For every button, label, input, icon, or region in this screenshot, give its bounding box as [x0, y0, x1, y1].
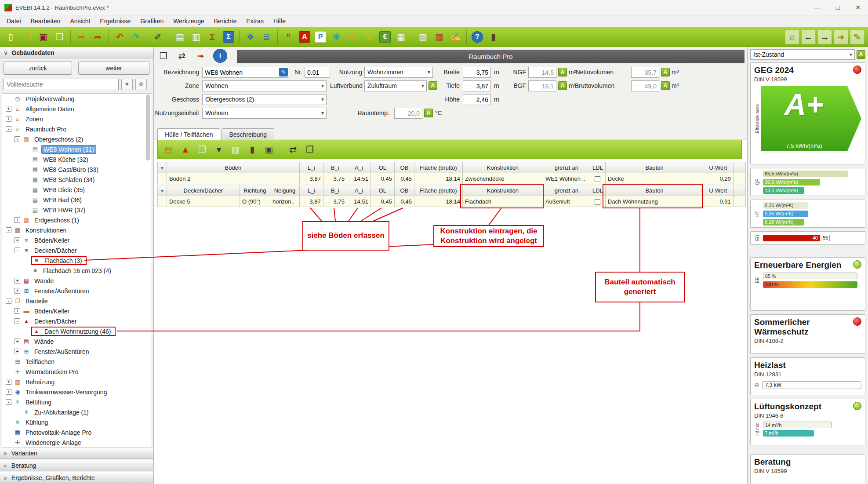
menu-ansicht[interactable]: Ansicht [65, 15, 95, 27]
roof-icon[interactable]: ▲ [179, 143, 192, 156]
cell[interactable] [158, 196, 167, 207]
cell[interactable]: O (90°) [240, 196, 270, 207]
column-header[interactable]: U-Wert [703, 185, 733, 196]
filter-marker[interactable]: ▼ [158, 185, 167, 196]
door-icon[interactable]: ▮ [486, 30, 501, 44]
menu-berichte[interactable]: Berichte [209, 15, 241, 27]
column-header[interactable]: OB [394, 162, 414, 173]
cell[interactable]: 14,51 [347, 173, 370, 184]
copy-window-icon[interactable]: ❐ [52, 30, 67, 44]
speech-bubble-icon[interactable]: ❝ [281, 30, 296, 44]
column-header[interactable]: Bauteil [605, 162, 703, 173]
tree-item[interactable]: -▦Konstruktionen [2, 225, 152, 235]
collapse-icon[interactable]: - [6, 227, 11, 233]
door-icon-2[interactable]: ▮ [246, 143, 259, 156]
column-header[interactable]: A_i [347, 162, 370, 173]
tree-item[interactable]: -▲Decken/Dächer [2, 316, 152, 326]
column-header[interactable] [733, 185, 745, 196]
calculator-icon[interactable]: ▦ [394, 30, 408, 44]
letter-p-icon[interactable]: P [315, 31, 326, 43]
new-file-icon[interactable]: ▯ [4, 30, 18, 44]
collapse-icon[interactable]: - [15, 136, 20, 142]
transfer-table-icon[interactable]: ⇄ [287, 143, 300, 156]
next-button[interactable]: weiter [78, 62, 149, 75]
tree-item[interactable]: ≡Flachdach 16 cm 023 (4) [2, 266, 152, 276]
table-row[interactable]: Decke 5O (90°)horizon..3,873,7514,510,45… [158, 196, 746, 207]
tree-item[interactable]: +⌂Allgemeine Daten [2, 104, 152, 114]
collapse-icon[interactable]: - [6, 399, 11, 405]
apply-room-icon[interactable]: ➟ [193, 49, 207, 63]
sum-blue-icon[interactable]: Σ [223, 31, 234, 43]
cell[interactable]: Außenluft [543, 196, 590, 207]
save-table-icon[interactable]: ▣ [262, 143, 276, 156]
signature-icon[interactable]: ✍ [448, 30, 463, 44]
building-icon[interactable]: ⌂ [785, 30, 799, 44]
cell[interactable] [590, 196, 605, 207]
nutzungseinheit-select[interactable]: Wohnen [202, 108, 327, 119]
expand-icon[interactable]: + [15, 288, 20, 294]
tree-item[interactable]: ▤WE8 HWR (37) [2, 205, 152, 215]
collapse-icon[interactable]: - [6, 298, 11, 304]
geschoss-select[interactable]: Obergeschoss (2) [202, 94, 327, 105]
menu-ergebnisse[interactable]: Ergebnisse [95, 15, 135, 27]
cell[interactable]: WE1 Wohnen .. [543, 173, 590, 184]
column-header[interactable] [733, 162, 745, 173]
column-header[interactable]: Fläche (brutto) [414, 162, 462, 173]
column-header[interactable]: LDL [590, 185, 605, 196]
expand-icon[interactable]: + [6, 106, 11, 112]
nettovolumen-auto-badge[interactable]: A [661, 68, 670, 76]
column-header[interactable]: Fläche (brutto) [414, 185, 462, 196]
cell[interactable]: Decke [605, 173, 703, 184]
collapse-icon[interactable]: - [15, 247, 20, 253]
column-header[interactable]: Konstruktion [462, 185, 543, 196]
tree-item[interactable]: ▦Photovoltaik-Anlage Pro [2, 427, 152, 437]
cell[interactable]: Boden 2 [167, 173, 299, 184]
section-header[interactable]: »Beratung [0, 460, 153, 471]
column-header[interactable]: B_i [323, 162, 347, 173]
ldl-checkbox[interactable] [595, 199, 600, 205]
tree-item[interactable]: ▤WE8 Bad (36) [2, 195, 152, 205]
column-header[interactable]: L_i [299, 185, 323, 196]
cell[interactable] [158, 173, 167, 184]
bgf-auto-badge[interactable]: A [558, 81, 567, 90]
menu-werkzeuge[interactable]: Werkzeuge [168, 15, 209, 27]
letter-a-icon[interactable]: A [299, 31, 310, 43]
cell[interactable] [733, 173, 745, 184]
bezeichnung-input[interactable] [202, 67, 289, 78]
tab-beschreibung[interactable]: Beschreibung [222, 128, 274, 140]
sign-pen-icon[interactable]: ✎ [850, 30, 864, 44]
nav-back-icon[interactable]: ← [801, 30, 816, 44]
tree-item[interactable]: -⌂Raumbuch Pro [2, 124, 152, 134]
cell[interactable]: 3,75 [323, 173, 347, 184]
expand-icon[interactable]: + [6, 116, 11, 122]
tree-item[interactable]: +≡Böden/Keller [2, 235, 152, 245]
tree-item[interactable]: +◉Trinkwarmwasser-Versorgung [2, 387, 152, 397]
table-columns-icon[interactable]: ▥ [189, 30, 203, 44]
menu-bearbeiten[interactable]: Bearbeiten [26, 15, 65, 27]
column-header[interactable]: Böden [167, 162, 299, 173]
cell[interactable]: Zwischendecke [462, 173, 543, 184]
ldl-checkbox[interactable] [595, 176, 600, 182]
tree-item[interactable]: ▤WE8 Wohnen (31) [2, 144, 152, 154]
export-icon[interactable]: ➦ [91, 30, 105, 44]
column-header[interactable]: L_i [299, 162, 323, 173]
save-icon[interactable]: ▣ [36, 30, 51, 44]
lightning-icon[interactable]: ↯ [362, 30, 376, 44]
tree-item[interactable]: ▤WE8 Gast/Büro (33) [2, 164, 152, 175]
variant-select[interactable]: Ist-Zustand [750, 49, 855, 60]
tree-item[interactable]: ▲Dach Wohnnutzung (46) [2, 326, 152, 336]
tree-item[interactable]: ≡Flachdach (3) [2, 255, 152, 266]
report-icon[interactable]: ▤ [173, 30, 187, 44]
raumtemp-auto-badge[interactable]: A [424, 109, 433, 117]
open-folder-icon[interactable]: ❒ [20, 30, 34, 44]
menu-grafiken[interactable]: Grafiken [135, 15, 168, 27]
report-chart-icon[interactable]: ▧ [416, 30, 430, 44]
tree-item[interactable]: +⊞Fenster/Außentüren [2, 346, 152, 357]
cell[interactable]: Flachdach [462, 196, 543, 207]
copy-room-icon[interactable]: ❐ [156, 49, 171, 63]
zone-select[interactable]: Wohnen [202, 80, 327, 91]
tree-item[interactable]: ✳Zu-/Abluftanlage (1) [2, 407, 152, 417]
menu-extras[interactable]: Extras [241, 15, 269, 27]
filter-icon[interactable]: ▼ [121, 79, 133, 90]
nutzung-select[interactable]: Wohnzimmer [364, 67, 433, 78]
